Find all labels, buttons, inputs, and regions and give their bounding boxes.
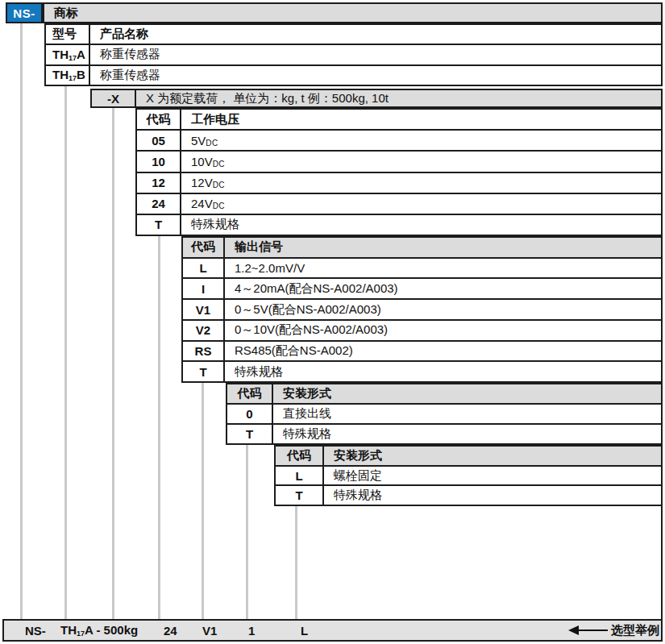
- example-bar: NS- TH17A - 500kg 24 V1 1 L 选型举例: [2, 619, 663, 642]
- connector-line-mounting1: [246, 445, 248, 619]
- connector-line-brand: [20, 23, 23, 619]
- table-row: 10 10VDC: [137, 150, 661, 171]
- load-code-cell: -X: [92, 90, 136, 106]
- model-header-cell: 型号: [46, 25, 90, 44]
- example-mounting2: L: [301, 624, 308, 638]
- table-header-row: 代码 安装形式: [227, 384, 661, 403]
- table-header-row: 代码 工作电压: [137, 110, 661, 129]
- signal-cell: RS485(配合NS-A002): [225, 342, 661, 361]
- table-row: TH17B 称重传感器: [46, 64, 661, 85]
- table-row: T 特殊规格: [137, 214, 661, 235]
- table-row: I 4～20mA(配合NS-A002/A003): [183, 277, 661, 298]
- product-name-header-cell: 产品名称: [90, 25, 661, 44]
- signal-cell: 0～5V(配合NS-A002/A003): [225, 300, 661, 319]
- code-header-cell: 代码: [227, 384, 273, 403]
- signal-cell: 0～10V(配合NS-A002/A003): [225, 321, 661, 340]
- voltage-header-cell: 工作电压: [181, 110, 661, 129]
- example-voltage: 24: [164, 624, 177, 638]
- voltage-cell: 24VDC: [181, 194, 661, 214]
- code-header-cell: 代码: [276, 447, 324, 465]
- code-cell: L: [276, 467, 324, 485]
- table-row: 0 直接出线: [227, 403, 661, 423]
- code-cell: 12: [137, 173, 181, 193]
- code-cell: T: [137, 215, 181, 235]
- table-header-row: 代码 安装形式: [276, 447, 661, 465]
- trademark-row: 商标: [43, 2, 663, 23]
- product-name-cell: 称重传感器: [90, 45, 661, 64]
- mounting-table-2: 代码 安装形式 L 螺栓固定 T 特殊规格: [274, 445, 663, 506]
- table-row: RS RS485(配合NS-A002): [183, 340, 661, 361]
- table-row: V2 0～10V(配合NS-A002/A003): [183, 319, 661, 340]
- code-cell: 05: [137, 131, 181, 150]
- table-row: 05 5VDC: [137, 129, 661, 150]
- voltage-cell: 10VDC: [181, 152, 661, 171]
- model-code-cell: TH17B: [46, 66, 90, 85]
- example-signal: V1: [202, 624, 217, 638]
- connector-line-load: [112, 108, 114, 619]
- load-desc-cell: X 为额定载荷， 单位为：kg, t 例：500kg, 10t: [136, 90, 661, 106]
- connector-line-model: [64, 86, 67, 619]
- mounting-cell: 螺栓固定: [324, 467, 661, 485]
- table-row: TH17A 称重传感器: [46, 44, 661, 64]
- table-row: L 螺栓固定: [276, 465, 661, 485]
- page-right-border: [661, 505, 663, 619]
- connector-line-voltage: [158, 236, 160, 619]
- mounting-cell: 直接出线: [273, 405, 661, 423]
- code-cell: 0: [227, 405, 273, 423]
- table-header-row: 代码 输出信号: [183, 238, 661, 257]
- brand-label: NS-: [13, 6, 35, 20]
- code-cell: 10: [137, 152, 181, 171]
- code-cell: T: [183, 362, 225, 381]
- mounting-cell: 特殊规格: [273, 425, 661, 443]
- table-row: 24 24VDC: [137, 193, 661, 214]
- signal-cell: 特殊规格: [225, 362, 661, 381]
- code-cell: 24: [137, 194, 181, 214]
- signal-table: 代码 输出信号 L 1.2~2.0mV/V I 4～20mA(配合NS-A002…: [181, 236, 663, 383]
- mounting-table-1: 代码 安装形式 0 直接出线 T 特殊规格: [226, 383, 663, 445]
- mounting-header-cell: 安装形式: [273, 384, 661, 403]
- table-row: T 特殊规格: [276, 484, 661, 505]
- voltage-cell: 特殊规格: [181, 215, 661, 235]
- connector-line-mounting2: [295, 506, 297, 619]
- table-row: -X X 为额定载荷， 单位为：kg, t 例：500kg, 10t: [92, 90, 661, 106]
- product-name-cell: 称重传感器: [90, 66, 661, 85]
- left-arrow-tail: [577, 629, 608, 631]
- voltage-table: 代码 工作电压 05 5VDC 10 10VDC 12 12VDC 24 24V…: [135, 108, 663, 236]
- code-cell: V2: [183, 321, 225, 340]
- ordering-code-diagram: NS- 商标 型号 产品名称 TH17A 称重传感器 TH17B 称重传感器 -…: [0, 0, 665, 644]
- selection-example-caption: 选型举例: [611, 623, 659, 638]
- model-table: 型号 产品名称 TH17A 称重传感器 TH17B 称重传感器: [44, 23, 663, 86]
- example-prefix: NS-: [25, 624, 46, 638]
- code-cell: T: [227, 425, 273, 443]
- trademark-label: 商标: [54, 6, 78, 21]
- table-row: L 1.2~2.0mV/V: [183, 257, 661, 278]
- rated-load-row: -X X 为额定载荷， 单位为：kg, t 例：500kg, 10t: [90, 89, 663, 108]
- table-row: 12 12VDC: [137, 172, 661, 193]
- example-model: TH17A - 500kg: [60, 623, 138, 638]
- signal-header-cell: 输出信号: [225, 238, 661, 257]
- mounting-cell: 特殊规格: [324, 486, 661, 505]
- code-cell: V1: [183, 300, 225, 319]
- code-cell: RS: [183, 342, 225, 361]
- code-cell: I: [183, 279, 225, 298]
- signal-cell: 1.2~2.0mV/V: [225, 259, 661, 278]
- signal-cell: 4～20mA(配合NS-A002/A003): [225, 279, 661, 298]
- example-mounting1: 1: [248, 624, 255, 638]
- code-cell: L: [183, 259, 225, 278]
- voltage-cell: 12VDC: [181, 173, 661, 193]
- table-header-row: 型号 产品名称: [46, 25, 661, 44]
- code-header-cell: 代码: [137, 110, 181, 129]
- table-row: T 特殊规格: [227, 423, 661, 443]
- code-header-cell: 代码: [183, 238, 225, 257]
- model-code-cell: TH17A: [46, 45, 90, 64]
- connector-line-signal: [202, 383, 204, 619]
- brand-box: NS-: [6, 2, 43, 23]
- table-row: T 特殊规格: [183, 360, 661, 381]
- code-cell: T: [276, 486, 324, 505]
- table-row: V1 0～5V(配合NS-A002/A003): [183, 298, 661, 319]
- voltage-cell: 5VDC: [181, 131, 661, 150]
- mounting-header-cell: 安装形式: [324, 447, 661, 465]
